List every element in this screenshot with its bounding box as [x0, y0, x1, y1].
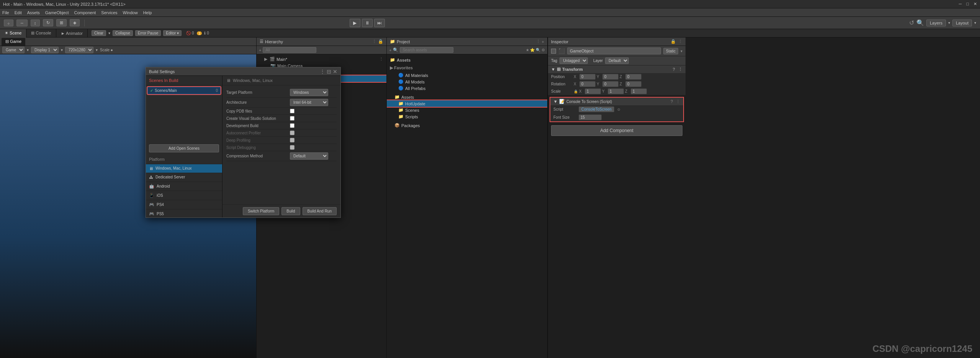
switch-platform-btn[interactable]: Switch Platform [243, 207, 279, 215]
platform-ps4[interactable]: 🎮 PS4 [146, 200, 222, 209]
script-select-icon[interactable]: ⊙ [617, 108, 620, 111]
project-search-input[interactable] [400, 47, 453, 53]
gameobject-name-input[interactable] [567, 47, 661, 54]
tree-item-main[interactable]: ▶ 🎬 Main* ⋮ [257, 56, 386, 62]
platform-windows[interactable]: 🖥 Windows, Mac, Linux [146, 164, 222, 173]
proj-all-models[interactable]: 🔵 All Models [387, 78, 547, 85]
history-icon[interactable]: ↺ [909, 19, 914, 26]
proj-all-prefabs[interactable]: 🔵 All Prefabs [387, 85, 547, 92]
tag-dropdown[interactable]: Untagged [560, 57, 588, 64]
editor-button[interactable]: Editor ▾ [163, 30, 182, 36]
position-x-input[interactable] [579, 74, 596, 80]
maximize-btn[interactable]: □ [966, 2, 969, 7]
create-vs-checkbox[interactable] [290, 116, 294, 121]
scale-z-input[interactable] [631, 88, 647, 94]
proj-assets-root[interactable]: 📁 Assets [387, 94, 547, 100]
play-button[interactable]: ▶ [350, 19, 360, 27]
project-icons[interactable]: ★ ⭐ 🔍 ⚙ [526, 48, 545, 52]
search-icon[interactable]: 🔍 [916, 19, 924, 26]
transform-header[interactable]: ▼ ⊞ Transform ? ⋮ [548, 65, 686, 73]
project-add-icon[interactable]: + [542, 39, 544, 44]
menu-services[interactable]: Services [101, 10, 117, 15]
transform-menu[interactable]: ⋮ [678, 67, 682, 72]
window-minimize-btn[interactable]: ⋮ [320, 69, 325, 75]
proj-all-materials[interactable]: 🔵 All Materials [387, 72, 547, 78]
project-plus[interactable]: + [389, 48, 391, 52]
menu-component[interactable]: Component [74, 10, 96, 15]
scale-x-input[interactable] [585, 88, 601, 94]
tab-scene[interactable]: ☀ Scene [0, 29, 26, 38]
proj-scripts[interactable]: 📁 Scripts [387, 113, 547, 120]
window-dock-btn[interactable]: ⊟ [327, 69, 331, 75]
menu-gameobject[interactable]: GameObject [45, 10, 69, 15]
menu-assets[interactable]: Assets [27, 10, 40, 15]
script-menu[interactable]: ⋮ [676, 99, 680, 104]
scale-y-input[interactable] [608, 88, 624, 94]
proj-scenes[interactable]: 📁 Scenes [387, 107, 547, 113]
script-debug-checkbox[interactable] [290, 145, 294, 150]
lock-scale-icon[interactable]: 🔒 [574, 90, 578, 93]
tool-combo[interactable]: ◈ [70, 19, 80, 26]
position-z-input[interactable] [625, 74, 641, 80]
clear-button[interactable]: Clear [92, 30, 106, 36]
copy-pdb-checkbox[interactable] [290, 109, 294, 113]
platform-android[interactable]: 🤖 Android [146, 182, 222, 191]
collapse-button[interactable]: Collapse [113, 30, 133, 36]
transform-question[interactable]: ? [672, 67, 675, 72]
menu-edit[interactable]: Edit [15, 10, 22, 15]
position-y-input[interactable] [602, 74, 618, 80]
layer-dropdown[interactable]: Default [605, 57, 629, 64]
deep-profiling-checkbox[interactable] [290, 138, 294, 142]
inspector-lock-icon[interactable]: 🔒 [671, 39, 676, 44]
architecture-dropdown[interactable]: Intel 64-bit [290, 99, 328, 106]
menu-file[interactable]: File [2, 10, 9, 15]
tool-rect[interactable]: ⊞ [56, 19, 67, 26]
build-btn[interactable]: Build [281, 207, 300, 215]
window-close-btn[interactable]: ✕ [333, 69, 337, 75]
script-question[interactable]: ? [671, 99, 673, 104]
platform-server[interactable]: 🖧 Dedicated Server [146, 173, 222, 182]
layers-button[interactable]: Layers [926, 20, 946, 26]
script-header[interactable]: ▼ 📝 Console To Screen (Script) ? ⋮ [550, 98, 683, 105]
rotation-z-input[interactable] [625, 81, 641, 87]
menu-window[interactable]: Window [123, 10, 138, 15]
compression-dropdown[interactable]: Default [290, 152, 328, 160]
rotation-y-input[interactable] [602, 81, 618, 87]
scene-menu-icon[interactable]: ⋮ [379, 57, 383, 62]
game-dropdown[interactable]: Game [2, 47, 25, 53]
add-component-button[interactable]: Add Component [551, 125, 682, 136]
plus-icon[interactable]: + [259, 48, 261, 52]
tool-transform[interactable]: ⬦ [4, 20, 13, 26]
script-value[interactable]: ConsoleToScreen [579, 106, 614, 112]
layout-button[interactable]: Layout [952, 20, 972, 26]
autoconnect-checkbox[interactable] [290, 131, 294, 135]
resolution-select[interactable]: 720x1280 [65, 47, 93, 53]
platform-ps5[interactable]: 🎮 PS5 [146, 209, 222, 218]
platform-ios[interactable]: 📱 iOS [146, 191, 222, 200]
hierarchy-search-input[interactable] [263, 47, 316, 53]
scene-entry-main[interactable]: ✓ Scenes/Main 0 [147, 87, 221, 94]
display-select[interactable]: Display 1 [31, 47, 59, 53]
hierarchy-menu-icon[interactable]: ⋮ [372, 39, 376, 44]
close-btn[interactable]: ✕ [973, 2, 977, 7]
gameobject-active-checkbox[interactable] [551, 49, 556, 54]
proj-hotupdate[interactable]: 📁 HotUpdate [387, 100, 547, 107]
inspector-menu-icon[interactable]: ⋮ [678, 39, 682, 44]
project-menu-icon[interactable]: ⋮ [536, 39, 540, 44]
rotation-x-input[interactable] [579, 81, 596, 87]
tab-game[interactable]: ⊟ Game [2, 38, 25, 46]
tab-console[interactable]: ⊞ Console [26, 29, 56, 38]
collapse-dropdown[interactable]: ▾ [108, 31, 110, 35]
fontsize-input[interactable] [579, 114, 602, 120]
tool-rotate[interactable]: ↕ [31, 20, 40, 26]
add-open-scenes-btn[interactable]: Add Open Scenes [149, 144, 219, 152]
tool-move[interactable]: ↔ [16, 20, 28, 26]
build-run-btn[interactable]: Build And Run [303, 207, 337, 215]
hierarchy-lock-icon[interactable]: 🔒 [378, 39, 383, 44]
target-platform-dropdown[interactable]: Windows [290, 89, 328, 96]
static-arrow[interactable]: ▾ [681, 49, 682, 53]
tool-scale[interactable]: ↻ [43, 19, 53, 26]
minimize-btn[interactable]: ─ [959, 2, 962, 7]
tab-animator[interactable]: ► Animator [56, 29, 88, 38]
dev-build-checkbox[interactable] [290, 123, 294, 128]
